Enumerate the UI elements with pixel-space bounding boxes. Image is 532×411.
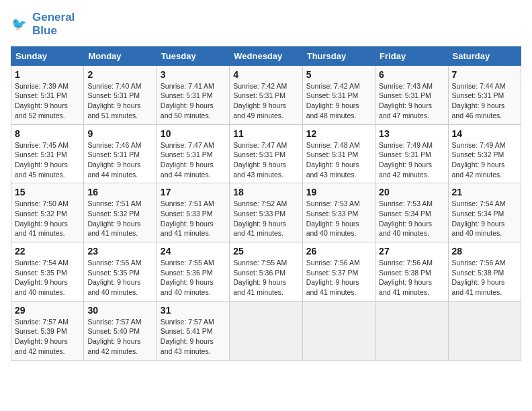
calendar-cell: 30Sunrise: 7:57 AM Sunset: 5:40 PM Dayli…: [84, 301, 157, 360]
day-info: Sunrise: 7:56 AM Sunset: 5:38 PM Dayligh…: [452, 258, 517, 298]
day-number: 30: [87, 305, 152, 316]
day-number: 27: [379, 246, 444, 257]
header-day-thursday: Thursday: [302, 46, 375, 65]
calendar-cell: [302, 301, 375, 360]
day-number: 9: [87, 128, 152, 139]
calendar-week-row: 29Sunrise: 7:57 AM Sunset: 5:39 PM Dayli…: [11, 301, 521, 360]
day-info: Sunrise: 7:57 AM Sunset: 5:39 PM Dayligh…: [15, 317, 80, 357]
day-number: 17: [161, 187, 226, 197]
day-info: Sunrise: 7:56 AM Sunset: 5:38 PM Dayligh…: [379, 258, 444, 298]
day-info: Sunrise: 7:57 AM Sunset: 5:40 PM Dayligh…: [87, 317, 152, 357]
calendar-cell: 19Sunrise: 7:53 AM Sunset: 5:33 PM Dayli…: [302, 183, 375, 242]
day-number: 16: [87, 187, 152, 197]
day-number: 18: [233, 187, 298, 197]
calendar-cell: 7Sunrise: 7:44 AM Sunset: 5:31 PM Daylig…: [448, 65, 521, 124]
day-info: Sunrise: 7:48 AM Sunset: 5:31 PM Dayligh…: [306, 140, 371, 180]
calendar-cell: 17Sunrise: 7:51 AM Sunset: 5:33 PM Dayli…: [157, 183, 229, 242]
header-day-wednesday: Wednesday: [230, 46, 302, 65]
svg-text:🐦: 🐦: [11, 17, 27, 32]
day-info: Sunrise: 7:41 AM Sunset: 5:31 PM Dayligh…: [161, 81, 226, 121]
calendar-cell: 1Sunrise: 7:39 AM Sunset: 5:31 PM Daylig…: [11, 65, 84, 124]
day-info: Sunrise: 7:50 AM Sunset: 5:32 PM Dayligh…: [15, 199, 80, 238]
day-number: 14: [452, 128, 517, 139]
day-info: Sunrise: 7:55 AM Sunset: 5:36 PM Dayligh…: [233, 258, 298, 298]
day-info: Sunrise: 7:54 AM Sunset: 5:35 PM Dayligh…: [15, 258, 80, 298]
day-info: Sunrise: 7:43 AM Sunset: 5:31 PM Dayligh…: [379, 81, 444, 121]
day-number: 4: [233, 69, 298, 80]
calendar-cell: 22Sunrise: 7:54 AM Sunset: 5:35 PM Dayli…: [11, 242, 84, 302]
calendar-cell: 26Sunrise: 7:56 AM Sunset: 5:37 PM Dayli…: [302, 242, 375, 302]
day-number: 24: [161, 246, 226, 257]
day-number: 29: [15, 305, 80, 316]
calendar-week-row: 8Sunrise: 7:45 AM Sunset: 5:31 PM Daylig…: [11, 124, 521, 183]
calendar-cell: 20Sunrise: 7:53 AM Sunset: 5:34 PM Dayli…: [375, 183, 448, 242]
day-number: 3: [161, 69, 226, 80]
day-info: Sunrise: 7:44 AM Sunset: 5:31 PM Dayligh…: [452, 81, 517, 121]
header-day-friday: Friday: [375, 46, 448, 65]
calendar-cell: 24Sunrise: 7:55 AM Sunset: 5:36 PM Dayli…: [157, 242, 229, 302]
calendar-cell: 18Sunrise: 7:52 AM Sunset: 5:33 PM Dayli…: [230, 183, 302, 242]
calendar-table: SundayMondayTuesdayWednesdayThursdayFrid…: [11, 46, 521, 361]
day-info: Sunrise: 7:55 AM Sunset: 5:36 PM Dayligh…: [161, 258, 226, 298]
day-number: 11: [233, 128, 298, 139]
day-info: Sunrise: 7:52 AM Sunset: 5:33 PM Dayligh…: [233, 199, 298, 238]
day-info: Sunrise: 7:47 AM Sunset: 5:31 PM Dayligh…: [161, 140, 226, 180]
calendar-cell: 4Sunrise: 7:42 AM Sunset: 5:31 PM Daylig…: [230, 65, 302, 124]
day-number: 1: [15, 69, 80, 80]
day-info: Sunrise: 7:40 AM Sunset: 5:31 PM Dayligh…: [87, 81, 152, 121]
header-day-monday: Monday: [84, 46, 157, 65]
calendar-cell: [448, 301, 521, 360]
calendar-cell: 2Sunrise: 7:40 AM Sunset: 5:31 PM Daylig…: [84, 65, 157, 124]
day-info: Sunrise: 7:53 AM Sunset: 5:34 PM Dayligh…: [379, 199, 444, 238]
day-info: Sunrise: 7:42 AM Sunset: 5:31 PM Dayligh…: [233, 81, 298, 121]
day-info: Sunrise: 7:49 AM Sunset: 5:31 PM Dayligh…: [379, 140, 444, 180]
day-number: 25: [233, 246, 298, 257]
day-number: 22: [15, 246, 80, 257]
header-day-sunday: Sunday: [11, 46, 84, 65]
header-day-saturday: Saturday: [448, 46, 521, 65]
calendar-cell: 10Sunrise: 7:47 AM Sunset: 5:31 PM Dayli…: [157, 124, 229, 183]
day-info: Sunrise: 7:39 AM Sunset: 5:31 PM Dayligh…: [15, 81, 80, 121]
day-number: 6: [379, 69, 444, 80]
calendar-cell: [375, 301, 448, 360]
calendar-cell: 21Sunrise: 7:54 AM Sunset: 5:34 PM Dayli…: [448, 183, 521, 242]
logo-bird-icon: 🐦: [11, 15, 30, 34]
day-info: Sunrise: 7:47 AM Sunset: 5:31 PM Dayligh…: [233, 140, 298, 180]
day-number: 13: [379, 128, 444, 139]
calendar-cell: 8Sunrise: 7:45 AM Sunset: 5:31 PM Daylig…: [11, 124, 84, 183]
day-number: 10: [161, 128, 226, 139]
day-number: 2: [87, 69, 152, 80]
day-number: 21: [452, 187, 517, 197]
day-info: Sunrise: 7:54 AM Sunset: 5:34 PM Dayligh…: [452, 199, 517, 238]
calendar-cell: 12Sunrise: 7:48 AM Sunset: 5:31 PM Dayli…: [302, 124, 375, 183]
calendar-cell: 6Sunrise: 7:43 AM Sunset: 5:31 PM Daylig…: [375, 65, 448, 124]
calendar-cell: 15Sunrise: 7:50 AM Sunset: 5:32 PM Dayli…: [11, 183, 84, 242]
calendar-cell: 23Sunrise: 7:55 AM Sunset: 5:35 PM Dayli…: [84, 242, 157, 302]
day-info: Sunrise: 7:56 AM Sunset: 5:37 PM Dayligh…: [306, 258, 371, 298]
calendar-cell: 29Sunrise: 7:57 AM Sunset: 5:39 PM Dayli…: [11, 301, 84, 360]
calendar-week-row: 1Sunrise: 7:39 AM Sunset: 5:31 PM Daylig…: [11, 65, 521, 124]
day-number: 12: [306, 128, 371, 139]
day-number: 7: [452, 69, 517, 80]
day-number: 31: [161, 305, 226, 316]
calendar-cell: 25Sunrise: 7:55 AM Sunset: 5:36 PM Dayli…: [230, 242, 302, 302]
day-number: 5: [306, 69, 371, 80]
day-info: Sunrise: 7:49 AM Sunset: 5:32 PM Dayligh…: [452, 140, 517, 180]
day-info: Sunrise: 7:51 AM Sunset: 5:32 PM Dayligh…: [87, 199, 152, 238]
day-number: 19: [306, 187, 371, 197]
day-info: Sunrise: 7:51 AM Sunset: 5:33 PM Dayligh…: [161, 199, 226, 238]
calendar-cell: 27Sunrise: 7:56 AM Sunset: 5:38 PM Dayli…: [375, 242, 448, 302]
calendar-cell: 31Sunrise: 7:57 AM Sunset: 5:41 PM Dayli…: [157, 301, 229, 360]
day-number: 15: [15, 187, 80, 197]
logo-text: General Blue: [32, 11, 75, 38]
logo: 🐦 General Blue: [11, 11, 75, 38]
calendar-cell: [230, 301, 302, 360]
day-number: 8: [15, 128, 80, 139]
day-number: 28: [452, 246, 517, 257]
day-number: 26: [306, 246, 371, 257]
calendar-cell: 3Sunrise: 7:41 AM Sunset: 5:31 PM Daylig…: [157, 65, 229, 124]
calendar-week-row: 15Sunrise: 7:50 AM Sunset: 5:32 PM Dayli…: [11, 183, 521, 242]
calendar-header-row: SundayMondayTuesdayWednesdayThursdayFrid…: [11, 46, 521, 65]
day-number: 23: [87, 246, 152, 257]
calendar-cell: 13Sunrise: 7:49 AM Sunset: 5:31 PM Dayli…: [375, 124, 448, 183]
